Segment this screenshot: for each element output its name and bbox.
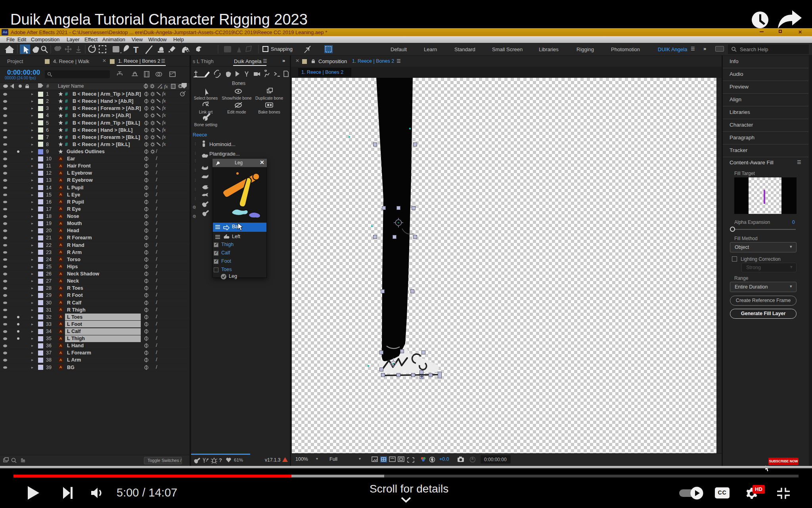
svg-text:fx: fx (164, 83, 168, 89)
svg-text:T: T (133, 45, 139, 55)
